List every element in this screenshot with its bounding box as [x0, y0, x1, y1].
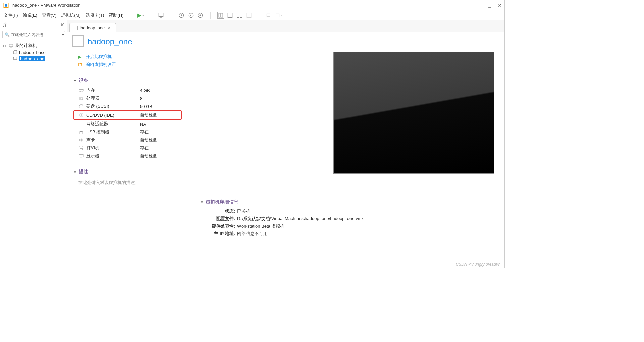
minimize-button[interactable]: —: [477, 3, 481, 8]
hw-value: 50 GB: [140, 104, 152, 109]
toolbar-separator: [259, 12, 259, 19]
toolbar-separator: [210, 12, 211, 19]
vm-summary-page: hadoop_one ▶ 开启此虚拟机 编辑虚拟机设置 ▼ 设备: [67, 32, 504, 268]
tab-label: hadoop_one: [80, 25, 105, 30]
vm-left-column: hadoop_one ▶ 开启此虚拟机 编辑虚拟机设置 ▼ 设备: [67, 32, 188, 268]
cd-icon: [78, 112, 84, 118]
collapse-icon[interactable]: ⊟: [3, 44, 7, 48]
hw-value: NAT: [140, 121, 148, 127]
window-title: hadoop_one - VMware Workstation: [12, 3, 477, 8]
close-button[interactable]: ✕: [498, 3, 502, 8]
details-section-header[interactable]: ▼ 虚拟机详细信息: [198, 199, 494, 205]
search-dropdown-icon[interactable]: ▼: [61, 33, 65, 37]
printer-icon: [78, 145, 84, 151]
hw-row-disk[interactable]: 硬盘 (SCSI) 50 GB: [73, 102, 182, 110]
menu-tabs[interactable]: 选项卡(T): [86, 12, 104, 18]
vm-screen-preview[interactable]: [333, 52, 494, 174]
vm-name-heading: hadoop_one: [88, 37, 132, 46]
svg-rect-14: [276, 14, 279, 17]
tab-hadoop-one[interactable]: hadoop_one ✕: [69, 23, 116, 32]
hw-value: 存在: [140, 145, 149, 151]
console-icon[interactable]: [266, 12, 273, 19]
hw-row-display[interactable]: 显示器 自动检测: [73, 152, 182, 160]
fullscreen-icon[interactable]: [236, 12, 243, 19]
usb-icon: [78, 129, 84, 135]
vm-icon: [12, 57, 18, 61]
power-on-button[interactable]: ▶: [137, 12, 144, 18]
library-search[interactable]: 🔍 ▼: [2, 31, 65, 38]
devices-header-label: 设备: [79, 78, 88, 84]
collapse-triangle-icon: ▼: [200, 200, 204, 204]
hw-value: 8: [140, 96, 142, 101]
hw-row-memory[interactable]: 内存 4 GB: [73, 86, 182, 94]
menu-view[interactable]: 查看(V): [42, 12, 56, 18]
hw-row-sound[interactable]: 声卡 自动检测: [73, 136, 182, 144]
snapshot-take-icon[interactable]: [178, 12, 185, 19]
detail-row-ip: 主 IP 地址: 网络信息不可用: [207, 230, 494, 237]
stretch-icon[interactable]: [275, 12, 282, 19]
search-input[interactable]: [11, 32, 61, 37]
tile-view-icon[interactable]: [217, 12, 224, 19]
detail-label: 硬件兼容性:: [207, 223, 235, 229]
devices-section-header[interactable]: ▼ 设备: [73, 78, 182, 84]
edit-settings-link[interactable]: 编辑虚拟机设置: [73, 61, 182, 69]
snapshot-manage-icon[interactable]: [197, 12, 204, 19]
svg-rect-9: [221, 13, 223, 17]
hw-row-network[interactable]: 网络适配器 NAT: [73, 120, 182, 128]
hw-value: 自动检测: [140, 112, 157, 118]
tree-item-hadoop-one[interactable]: hadoop_one: [2, 56, 66, 62]
collapse-triangle-icon: ▼: [73, 170, 77, 174]
hw-name: USB 控制器: [86, 129, 140, 135]
svg-rect-37: [80, 146, 83, 147]
svg-line-12: [247, 13, 251, 17]
hw-row-cddvd[interactable]: CD/DVD (IDE) 自动检测: [73, 110, 182, 120]
single-view-icon[interactable]: [227, 12, 233, 19]
detail-row-config: 配置文件: D:\系统认默\文档\Virtual Machines\hadoop…: [207, 215, 494, 223]
app-window: hadoop_one - VMware Workstation — ▢ ✕ 文件…: [0, 0, 505, 268]
detail-value: Workstation Beta 虚拟机: [237, 223, 284, 229]
power-on-link[interactable]: ▶ 开启此虚拟机: [73, 53, 182, 61]
detail-value: D:\系统认默\文档\Virtual Machines\hadoop_one\h…: [237, 216, 364, 222]
unity-icon[interactable]: [246, 12, 252, 19]
menubar: 文件(F) 编辑(E) 查看(V) 虚拟机(M) 选项卡(T) 帮助(H) ▶: [0, 10, 504, 20]
hw-row-printer[interactable]: 打印机 存在: [73, 144, 182, 152]
vm-title-row: hadoop_one: [73, 37, 182, 47]
vm-right-column: ▼ 虚拟机详细信息 状态: 已关机 配置文件: D:\系统认默\文档\Virtu…: [188, 32, 504, 268]
hardware-list: 内存 4 GB 处理器 8 硬盘 (SCSI) 50 GB: [73, 86, 182, 160]
sidebar-close-icon[interactable]: ✕: [60, 22, 64, 28]
description-placeholder[interactable]: 在此处键入对该虚拟机的描述。: [73, 178, 182, 186]
menu-edit[interactable]: 编辑(E): [23, 12, 37, 18]
maximize-button[interactable]: ▢: [487, 3, 492, 8]
tree-root-my-computer[interactable]: ⊟ 我的计算机: [2, 42, 66, 49]
svg-rect-16: [10, 47, 12, 47]
svg-rect-28: [80, 98, 82, 99]
snapshot-revert-icon[interactable]: [187, 12, 194, 19]
window-controls: — ▢ ✕: [477, 3, 502, 8]
svg-point-33: [80, 124, 80, 124]
svg-point-31: [81, 115, 82, 116]
detail-value: 网络信息不可用: [237, 231, 268, 237]
hw-row-cpu[interactable]: 处理器 8: [73, 94, 182, 102]
tab-close-icon[interactable]: ✕: [107, 25, 111, 30]
svg-rect-22: [79, 89, 83, 91]
hw-value: 自动检测: [140, 153, 157, 159]
menu-vm[interactable]: 虚拟机(M): [61, 12, 81, 18]
hw-row-usb[interactable]: USB 控制器 存在: [73, 128, 182, 136]
tree-item-hadoop-base[interactable]: hadoop_base: [2, 49, 66, 56]
vm-icon: [12, 50, 18, 55]
hw-name: 声卡: [86, 137, 140, 143]
menu-help[interactable]: 帮助(H): [109, 12, 123, 18]
content-area: hadoop_one ✕ hadoop_one ▶ 开启此虚拟机: [67, 20, 504, 268]
send-ctrl-alt-del-icon[interactable]: [158, 12, 164, 19]
svg-rect-10: [228, 13, 232, 17]
hw-value: 4 GB: [140, 88, 150, 93]
tree-item-label: hadoop_one: [19, 56, 45, 61]
description-section-header[interactable]: ▼ 描述: [73, 169, 182, 175]
main-area: 库 ✕ 🔍 ▼ ⊟ 我的计算机 hadoop_base: [0, 20, 504, 268]
hw-value: 存在: [140, 129, 149, 135]
menu-file[interactable]: 文件(F): [4, 12, 18, 18]
hw-name: 打印机: [86, 145, 140, 151]
edit-settings-label: 编辑虚拟机设置: [86, 62, 116, 68]
detail-label: 主 IP 地址:: [207, 231, 235, 237]
tab-strip: hadoop_one ✕: [67, 20, 504, 32]
